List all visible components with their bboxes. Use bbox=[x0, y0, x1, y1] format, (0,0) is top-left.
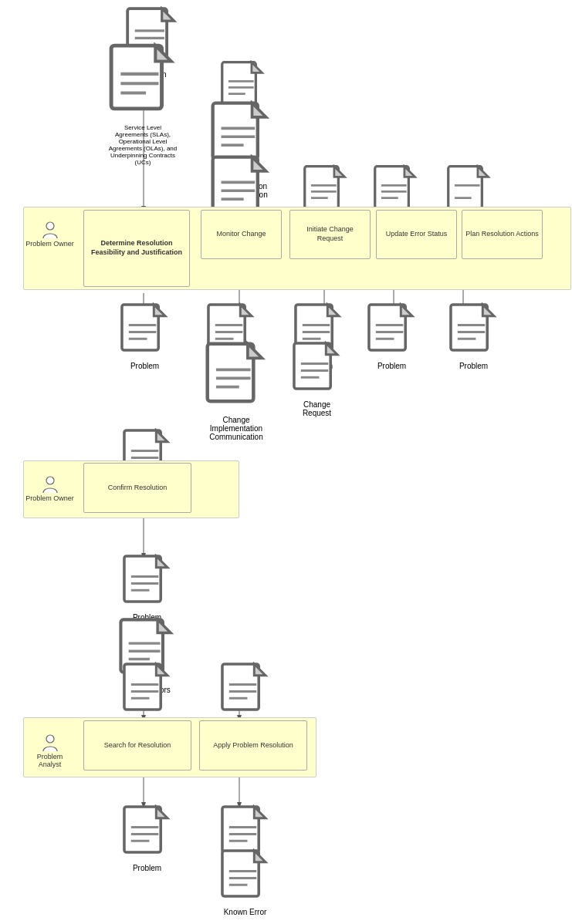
activity-search-resolution: Search for Resolution bbox=[83, 720, 191, 771]
activity-initiate-change-request: Initiate Change Request bbox=[289, 210, 371, 259]
artifact-label: Problem bbox=[133, 864, 161, 872]
activity-update-error-status: Update Error Status bbox=[376, 210, 457, 259]
artifact-label: Service Level Agreements (SLAs), Operati… bbox=[108, 124, 178, 166]
artifact-label: Change Request bbox=[292, 400, 342, 417]
role-problem-analyst: Problem Analyst bbox=[25, 733, 75, 768]
artifact-out-problem-4: Problem bbox=[367, 302, 417, 370]
svg-point-55 bbox=[46, 222, 54, 230]
activity-label: Determine Resolution Feasibility and Jus… bbox=[87, 239, 186, 257]
activity-apply-resolution: Apply Problem Resolution bbox=[199, 720, 307, 771]
activity-label: Monitor Change bbox=[216, 230, 266, 239]
artifact-label: Problem bbox=[459, 362, 488, 370]
activity-determine-resolution: Determine Resolution Feasibility and Jus… bbox=[83, 210, 190, 287]
artifact-label: Problem bbox=[130, 362, 159, 370]
activity-confirm-resolution: Confirm Resolution bbox=[83, 463, 191, 513]
activity-plan-resolution-actions: Plan Resolution Actions bbox=[462, 210, 543, 259]
role-problem-owner-2: Problem Owner bbox=[25, 474, 75, 502]
activity-monitor-change: Monitor Change bbox=[201, 210, 282, 259]
artifact-out-problem-1: Problem bbox=[120, 302, 170, 370]
artifact-search-output: Problem bbox=[122, 804, 172, 872]
activity-label: Apply Problem Resolution bbox=[213, 741, 293, 750]
artifact-sla: Service Level Agreements (SLAs), Operati… bbox=[108, 42, 178, 166]
role-label: Problem Owner bbox=[25, 240, 74, 248]
svg-point-88 bbox=[46, 477, 54, 484]
activity-label: Confirm Resolution bbox=[108, 484, 168, 493]
svg-point-105 bbox=[46, 735, 54, 743]
artifact-label: Change Implementation Communication bbox=[205, 416, 268, 441]
artifact-label: Known Error bbox=[224, 908, 267, 916]
artifact-known-error: Known Error bbox=[220, 848, 270, 916]
artifact-out-cic: Change Implementation Communication bbox=[205, 341, 268, 441]
role-label: Problem Analyst bbox=[25, 753, 75, 768]
artifact-out-problem-5: Problem bbox=[448, 302, 499, 370]
process-diagram: Problem Service Level Agreements (SLAs),… bbox=[0, 0, 572, 924]
activity-label: Initiate Change Request bbox=[293, 225, 367, 243]
role-problem-owner-1: Problem Owner bbox=[25, 220, 75, 248]
activity-label: Update Error Status bbox=[386, 230, 448, 239]
artifact-out-cr: Change Request bbox=[292, 341, 342, 417]
artifact-label: Problem bbox=[377, 362, 406, 370]
activity-label: Search for Resolution bbox=[104, 741, 171, 750]
artifact-confirm-output: Problem bbox=[122, 554, 172, 622]
role-label: Problem Owner bbox=[25, 494, 74, 502]
activity-label: Plan Resolution Actions bbox=[465, 230, 539, 239]
